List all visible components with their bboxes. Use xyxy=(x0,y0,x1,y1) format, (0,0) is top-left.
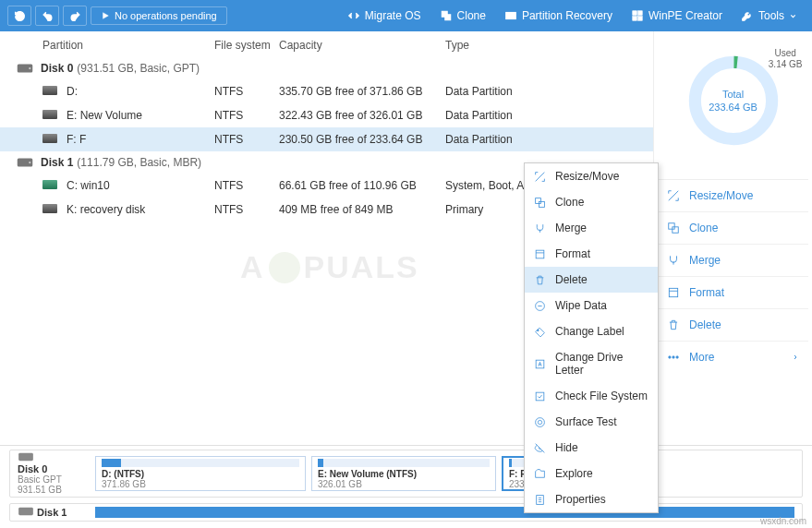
properties-icon xyxy=(534,494,546,506)
svg-rect-14 xyxy=(673,227,678,233)
clone-icon xyxy=(534,197,546,209)
svg-rect-6 xyxy=(638,17,643,21)
chevron-right-icon xyxy=(792,353,799,362)
ctx-resize[interactable]: Resize/Move xyxy=(525,163,658,189)
logo-head-icon xyxy=(269,252,300,283)
explore-icon xyxy=(534,468,546,480)
action-delete[interactable]: Delete xyxy=(658,309,808,342)
check-fs-icon xyxy=(534,390,546,402)
context-menu: Resize/Move Clone Merge Format Delete Wi… xyxy=(524,162,659,513)
more-button[interactable]: More xyxy=(658,342,808,373)
chart-used-label: Used xyxy=(769,48,803,59)
svg-point-25 xyxy=(538,330,539,331)
change-letter-icon xyxy=(534,358,546,370)
watermark: APUALS xyxy=(240,249,419,285)
partition-row[interactable]: E: New Volume NTFS 322.43 GB free of 326… xyxy=(0,103,653,127)
redo-button[interactable] xyxy=(63,6,87,26)
chart-total-value: 233.64 GB xyxy=(709,101,757,114)
main-area: Partition File system Capacity Type Disk… xyxy=(0,31,812,445)
action-merge[interactable]: Merge xyxy=(658,245,808,277)
disk-map-disk0[interactable]: Disk 0 Basic GPT 931.51 GB D: (NTFS) 371… xyxy=(9,450,803,498)
svg-rect-23 xyxy=(536,250,544,258)
svg-point-29 xyxy=(538,420,541,424)
ctx-format[interactable]: Format xyxy=(525,241,658,267)
svg-rect-1 xyxy=(444,15,450,20)
delete-icon xyxy=(534,274,546,286)
ctx-merge[interactable]: Merge xyxy=(525,215,658,241)
disk-icon xyxy=(17,62,33,75)
partition-row[interactable]: D: NTFS 335.70 GB free of 371.86 GB Data… xyxy=(0,79,653,103)
disk-segment[interactable]: D: (NTFS) 371.86 GB xyxy=(95,456,306,491)
ctx-clone[interactable]: Clone xyxy=(525,189,658,215)
partition-recovery-button[interactable]: Partition Recovery xyxy=(497,6,620,26)
col-capacity: Capacity xyxy=(279,39,445,52)
drive-icon xyxy=(42,180,57,189)
merge-icon xyxy=(534,222,546,234)
svg-rect-21 xyxy=(536,198,541,203)
ctx-wipe[interactable]: Wipe Data xyxy=(525,293,658,318)
col-type: Type xyxy=(445,39,584,52)
action-format[interactable]: Format xyxy=(658,277,808,309)
col-filesystem: File system xyxy=(214,39,279,52)
ctx-explore[interactable]: Explore xyxy=(525,461,658,486)
svg-point-28 xyxy=(536,417,545,426)
ctx-change-label[interactable]: Change Label xyxy=(525,318,658,344)
disk-segment[interactable]: E: New Volume (NTFS) 326.01 GB xyxy=(311,456,496,491)
drive-icon xyxy=(42,110,57,119)
undo-button[interactable] xyxy=(35,6,59,26)
surface-icon xyxy=(534,416,546,428)
clone-button[interactable]: Clone xyxy=(432,6,493,26)
change-label-icon xyxy=(534,326,546,338)
clone-icon xyxy=(667,222,680,234)
col-partition: Partition xyxy=(42,39,214,52)
ctx-surface[interactable]: Surface Test xyxy=(525,409,658,435)
svg-rect-22 xyxy=(539,201,544,207)
drive-icon xyxy=(42,134,57,143)
ctx-hide[interactable]: Hide xyxy=(525,435,658,461)
ctx-change-letter[interactable]: Change Drive Letter xyxy=(525,344,658,383)
format-icon xyxy=(534,248,546,260)
svg-rect-27 xyxy=(536,392,544,401)
svg-rect-5 xyxy=(633,17,637,21)
refresh-button[interactable] xyxy=(7,6,31,26)
ctx-properties[interactable]: Properties xyxy=(525,486,658,512)
top-toolbar: No operations pending Migrate OS Clone P… xyxy=(0,0,812,31)
migrate-os-button[interactable]: Migrate OS xyxy=(340,6,429,26)
winpe-creator-button[interactable]: WinPE Creator xyxy=(624,6,730,26)
hide-icon xyxy=(534,442,546,454)
actions-panel: Resize/Move Clone Merge Format Delete xyxy=(658,179,808,342)
usage-chart: Total 233.64 GB Used 3.14 GB xyxy=(658,39,808,170)
right-side-panel: Total 233.64 GB Used 3.14 GB Resize/Move… xyxy=(653,31,812,445)
svg-rect-3 xyxy=(633,11,637,16)
tools-button[interactable]: Tools xyxy=(733,6,805,26)
svg-rect-13 xyxy=(669,223,674,229)
svg-rect-20 xyxy=(18,508,33,516)
action-clone[interactable]: Clone xyxy=(658,212,808,245)
svg-point-8 xyxy=(29,67,30,69)
disk-header[interactable]: Disk 0(931.51 GB, Basic, GPT) xyxy=(0,57,653,79)
svg-point-17 xyxy=(673,356,674,358)
ctx-delete[interactable]: Delete xyxy=(525,267,658,293)
watermark-url: wsxdn.com xyxy=(760,516,806,526)
svg-point-18 xyxy=(676,356,678,358)
drive-icon xyxy=(42,86,57,95)
wipe-icon xyxy=(534,300,546,312)
drive-icon xyxy=(42,204,57,213)
chart-used-value: 3.14 GB xyxy=(769,59,803,70)
resize-icon xyxy=(534,171,546,183)
pending-operations[interactable]: No operations pending xyxy=(91,6,227,25)
disk-icon xyxy=(17,156,33,169)
resize-icon xyxy=(667,189,680,202)
partition-row[interactable]: F: F NTFS 230.50 GB free of 233.64 GB Da… xyxy=(0,127,653,151)
chevron-down-icon xyxy=(789,12,797,20)
svg-point-10 xyxy=(29,162,30,163)
pending-label: No operations pending xyxy=(115,10,217,21)
format-icon xyxy=(667,286,680,299)
merge-icon xyxy=(667,254,680,267)
svg-point-16 xyxy=(669,356,671,358)
ctx-check-fs[interactable]: Check File System xyxy=(525,383,658,409)
svg-rect-15 xyxy=(669,288,677,296)
delete-icon xyxy=(667,318,680,331)
disk-map-disk1[interactable]: Disk 1 xyxy=(9,503,803,522)
action-resize[interactable]: Resize/Move xyxy=(658,180,808,212)
